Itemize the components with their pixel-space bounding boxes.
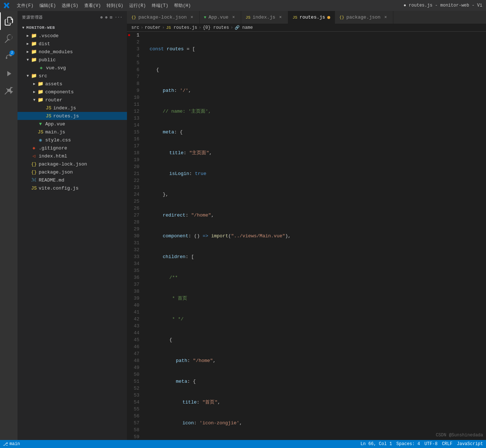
- line-numbers: 1 2 3 4 5 6 7 8 9 10 11 12 13 14 15 16 1…: [127, 32, 145, 440]
- tab-close-icon[interactable]: ×: [278, 15, 284, 20]
- json-file-icon: {}: [31, 170, 37, 175]
- line-number: 50: [127, 371, 142, 378]
- sidebar-item-routes-js[interactable]: JS routes.js: [18, 112, 127, 120]
- sidebar-item-public[interactable]: ▼ 📁 public: [18, 56, 127, 64]
- style-css-label: style.css: [45, 137, 127, 143]
- source-control-activity-icon[interactable]: 2: [0, 47, 18, 65]
- sidebar-item-main-js[interactable]: JS main.js: [18, 128, 127, 136]
- menu-run[interactable]: 运行(R): [126, 2, 149, 9]
- search-activity-icon[interactable]: [0, 30, 18, 47]
- folder-icon: 📁: [31, 41, 37, 47]
- line-number: 6: [127, 66, 142, 73]
- line-number: 28: [127, 219, 142, 226]
- breadcrumb-routes-js[interactable]: JS routes.js: [166, 25, 197, 30]
- vue-file-icon: ◈: [38, 65, 45, 71]
- sidebar-item-src[interactable]: ▼ 📁 src: [18, 72, 127, 80]
- menu-help[interactable]: 帮助(H): [171, 2, 194, 9]
- explorer-activity-icon[interactable]: [0, 12, 18, 30]
- tab-label: package.json: [346, 15, 381, 20]
- sidebar-item-dist[interactable]: ▶ 📁 dist: [18, 40, 127, 48]
- code-line-7: isLogin: true: [148, 170, 486, 177]
- title-bar-menu[interactable]: 文件(F) 编辑(E) 选择(S) 查看(V) 转到(G) 运行(R) 终端(T…: [14, 2, 194, 9]
- sidebar-item-router[interactable]: ▼ 📁 router: [18, 96, 127, 104]
- line-number: 2: [127, 39, 142, 46]
- new-file-icon[interactable]: ⊕: [100, 15, 103, 20]
- menu-view[interactable]: 查看(V): [81, 2, 104, 9]
- extensions-activity-icon[interactable]: [0, 82, 18, 100]
- menu-select[interactable]: 选择(S): [59, 2, 81, 9]
- tab-close-icon[interactable]: ×: [189, 15, 195, 20]
- more-actions-icon[interactable]: ···: [115, 15, 123, 20]
- sidebar-item-package-json[interactable]: {} package.json: [18, 168, 127, 176]
- sidebar-item-vscode[interactable]: ▶ 📁 .vscode: [18, 32, 127, 40]
- line-number: 44: [127, 330, 142, 336]
- line-number: 5: [127, 59, 142, 66]
- menu-edit[interactable]: 编辑(E): [36, 2, 59, 9]
- sidebar-item-style-css[interactable]: ◉ style.css: [18, 136, 127, 144]
- collapse-icon[interactable]: ⊟: [110, 15, 112, 20]
- sidebar-item-components[interactable]: ▶ 📁 components: [18, 88, 127, 96]
- code-editor[interactable]: 1 2 3 4 5 6 7 8 9 10 11 12 13 14 15 16 1…: [127, 32, 486, 440]
- root-label: MONITOR-WEB: [26, 26, 55, 30]
- public-label: public: [39, 57, 127, 63]
- sidebar-item-readme[interactable]: ℳ README.md: [18, 176, 127, 184]
- sidebar-item-app-vue[interactable]: ▼ App.vue: [18, 120, 127, 128]
- folder-icon: 📁: [37, 97, 44, 103]
- editor-area: {} package-lock.json × ▼ App.vue × JS in…: [127, 11, 486, 440]
- line-number: 39: [127, 295, 142, 302]
- menu-terminal[interactable]: 终端(T): [149, 2, 171, 9]
- git-branch-label: main: [9, 441, 20, 447]
- code-content[interactable]: const routes = [ { path: '/', // name: '…: [145, 32, 486, 440]
- json-tab-icon: {}: [131, 15, 136, 20]
- line-number: 31: [127, 239, 142, 246]
- line-number: 38: [127, 288, 142, 295]
- menu-file[interactable]: 文件(F): [14, 2, 36, 9]
- vite-config-label: vite.config.js: [39, 186, 127, 191]
- assets-label: assets: [45, 81, 127, 87]
- breadcrumb-name[interactable]: 🔗 name: [235, 25, 253, 30]
- breadcrumb-src[interactable]: src: [131, 25, 139, 30]
- menu-goto[interactable]: 转到(G): [104, 2, 126, 9]
- assets-arrow: ▶: [31, 82, 37, 86]
- sidebar-item-assets[interactable]: ▶ 📁 assets: [18, 80, 127, 88]
- tab-package-lock-json[interactable]: {} package-lock.json ×: [127, 11, 200, 24]
- gitignore-label: .gitignore: [39, 145, 127, 151]
- sidebar-header-icons[interactable]: ⊕ ⊕ ⊟ ···: [100, 15, 123, 20]
- sidebar-item-vite-config[interactable]: JS vite.config.js: [18, 184, 127, 192]
- line-number: 7: [127, 73, 142, 80]
- tab-package-json[interactable]: {} package.json ×: [335, 11, 393, 24]
- code-line-1: const routes = [: [148, 46, 486, 52]
- sidebar-tree: ▼ MONITOR-WEB ▶ 📁 .vscode ▶ 📁 dist ▶ 📁 n…: [18, 24, 127, 440]
- app-vue-label: App.vue: [45, 121, 127, 127]
- source-control-badge: 2: [9, 50, 15, 55]
- folder-icon: 📁: [37, 81, 44, 87]
- routes-js-label: routes.js: [53, 113, 127, 119]
- breadcrumb-router[interactable]: router: [145, 25, 161, 30]
- vue-file-icon: ▼: [37, 121, 44, 127]
- sidebar-item-package-lock-json[interactable]: {} package-lock.json: [18, 160, 127, 168]
- sidebar-item-vue-svg[interactable]: ◈ vue.svg: [18, 64, 127, 72]
- tab-app-vue[interactable]: ▼ App.vue ×: [200, 11, 241, 24]
- tab-index-js[interactable]: JS index.js ×: [241, 11, 288, 24]
- run-activity-icon[interactable]: [0, 65, 18, 82]
- tab-label: App.vue: [208, 15, 228, 20]
- sidebar-item-index-html[interactable]: ◁ index.html: [18, 152, 127, 160]
- line-number-1: 1: [127, 32, 142, 39]
- vscode-label: .vscode: [39, 33, 127, 39]
- tab-close-icon[interactable]: ×: [383, 15, 389, 20]
- tree-root[interactable]: ▼ MONITOR-WEB: [18, 24, 127, 32]
- sidebar-title: 资源管理器: [22, 15, 43, 20]
- tab-routes-js[interactable]: JS routes.js: [288, 11, 335, 24]
- tab-close-icon[interactable]: ×: [231, 15, 236, 20]
- code-line-17: meta: {: [148, 378, 486, 385]
- css-file-icon: ◉: [37, 137, 44, 143]
- line-number: 55: [127, 406, 142, 413]
- sidebar-item-gitignore[interactable]: ◈ .gitignore: [18, 144, 127, 152]
- new-folder-icon[interactable]: ⊕: [105, 15, 108, 20]
- sidebar-item-index-js[interactable]: JS index.js: [18, 104, 127, 112]
- sidebar-item-node-modules[interactable]: ▶ 📁 node_modules: [18, 48, 127, 56]
- breadcrumb-routes-var[interactable]: {0} routes: [203, 25, 229, 30]
- js-file-icon: JS: [31, 186, 37, 191]
- code-line-10: component: () => import("../views/Main.v…: [148, 233, 486, 239]
- js-tab-icon: JS: [293, 15, 297, 20]
